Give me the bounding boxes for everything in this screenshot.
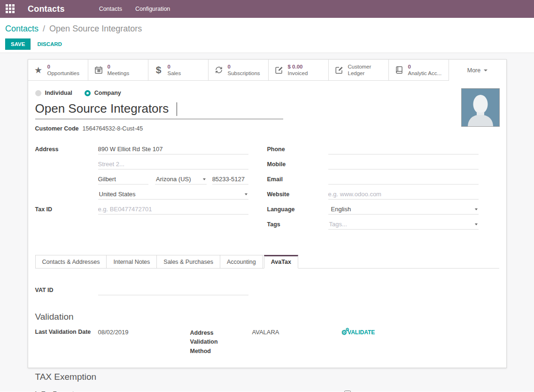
last-validation-date-value: 08/02/2019 — [98, 329, 190, 336]
tags-placeholder: Tags... — [329, 221, 475, 228]
stat-button-subscriptions[interactable]: 0 Subscriptions — [209, 60, 269, 81]
top-navbar: Contacts Contacts Configuration — [0, 0, 534, 18]
stat-value: 0 — [108, 63, 130, 70]
radio-icon — [85, 90, 91, 96]
vat-id-label: VAT ID — [35, 285, 98, 296]
stat-label: Customer Ledger — [348, 63, 388, 77]
avatax-tab-content: VAT ID Validation Last Validation Date 0… — [35, 269, 499, 392]
control-panel: Contacts / Open Source Integrators SAVE … — [0, 18, 534, 53]
chevron-down-icon — [475, 208, 478, 210]
refresh-icon — [214, 66, 224, 74]
validation-section-title: Validation — [35, 312, 499, 322]
tags-select[interactable]: Tags... — [328, 220, 479, 230]
tab-avatax[interactable]: AvaTax — [264, 255, 298, 269]
menu-contacts[interactable]: Contacts — [99, 6, 122, 12]
mobile-input[interactable] — [328, 160, 479, 169]
address-label: Address — [35, 145, 98, 155]
zip-input[interactable] — [212, 175, 248, 184]
stat-label: Invoiced — [288, 70, 308, 77]
radio-icon — [35, 90, 41, 96]
validate-label: VALIDATE — [348, 329, 375, 336]
company-name-input[interactable]: Open Source Integrators — [35, 101, 283, 116]
street2-input[interactable] — [98, 160, 248, 169]
state-value: Arizona (US) — [156, 176, 203, 183]
calendar-icon — [94, 66, 103, 74]
breadcrumb-current: Open Source Integrators — [49, 24, 142, 33]
language-select[interactable]: English — [328, 205, 479, 215]
chevron-down-icon — [475, 223, 478, 225]
country-select[interactable]: United States — [98, 190, 248, 200]
radio-label: Company — [94, 90, 121, 96]
street-input[interactable] — [98, 145, 248, 154]
company-avatar[interactable] — [461, 88, 500, 127]
country-value: United States — [99, 191, 245, 198]
apps-grid-icon[interactable] — [6, 4, 15, 14]
left-field-column: Address — [35, 145, 267, 235]
more-label: More — [467, 67, 480, 74]
stat-value: 0 — [408, 63, 442, 70]
stat-button-sales[interactable]: $ 0 Sales — [148, 60, 209, 81]
phone-input[interactable] — [328, 145, 479, 154]
stat-button-box: ★ 0 Opportunities 0 Meetings $ 0 — [28, 60, 506, 81]
language-value: English — [329, 206, 475, 213]
notebook-tabs: Contacts & Addresses Internal Notes Sale… — [35, 255, 499, 269]
stat-label: Opportunities — [47, 70, 79, 77]
email-label: Email — [267, 175, 328, 185]
right-field-column: Phone Mobile Email Website — [267, 145, 499, 235]
language-label: Language — [267, 205, 328, 215]
breadcrumb: Contacts / Open Source Integrators — [5, 24, 529, 34]
radio-individual[interactable]: Individual — [35, 90, 72, 96]
phone-label: Phone — [267, 145, 328, 155]
tags-label: Tags — [267, 220, 328, 230]
website-label: Website — [267, 190, 328, 200]
tax-exemption-section-title: TAX Exemption — [35, 372, 499, 382]
customer-code-label: Customer Code — [35, 125, 79, 132]
state-select[interactable]: Arizona (US) — [155, 175, 207, 184]
stat-button-analytic-accounts[interactable]: 0 Analytic Acc... — [389, 60, 449, 81]
stat-value: 0 — [168, 63, 181, 70]
form-view: ★ 0 Opportunities 0 Meetings $ 0 — [0, 53, 534, 392]
city-input[interactable] — [98, 175, 149, 184]
radio-company[interactable]: Company — [85, 90, 121, 96]
tax-id-input[interactable] — [98, 205, 248, 215]
tab-contacts-addresses[interactable]: Contacts & Addresses — [35, 255, 107, 269]
validation-row: Last Validation Date 08/02/2019 Address … — [35, 329, 499, 356]
stat-value: 0 — [228, 63, 260, 70]
discard-button[interactable]: DISCARD — [37, 41, 62, 47]
stat-label: Analytic Acc... — [408, 70, 442, 77]
chevron-down-icon — [484, 69, 488, 71]
tab-internal-notes[interactable]: Internal Notes — [107, 255, 157, 269]
vat-id-input[interactable] — [98, 285, 248, 295]
cogs-icon: ⚙⚙ — [341, 329, 348, 336]
edit-square-icon — [334, 66, 344, 74]
last-validation-date-label: Last Validation Date — [35, 329, 98, 335]
stat-value: $ 0.00 — [288, 63, 308, 70]
stat-button-meetings[interactable]: 0 Meetings — [88, 60, 148, 81]
stat-label: Meetings — [108, 70, 130, 77]
more-dropdown-button[interactable]: More — [449, 60, 506, 81]
app-menu: Contacts Configuration — [99, 6, 170, 12]
email-input[interactable] — [328, 175, 479, 184]
company-type-radio-group: Individual Company — [35, 90, 499, 96]
breadcrumb-separator: / — [43, 24, 45, 33]
tab-accounting[interactable]: Accounting — [220, 255, 263, 269]
stat-button-invoiced[interactable]: $ 0.00 Invoiced — [269, 60, 329, 81]
name-field-wrapper: Open Source Integrators — [35, 101, 283, 119]
stat-button-opportunities[interactable]: ★ 0 Opportunities — [28, 60, 88, 81]
text-cursor — [177, 102, 178, 116]
mobile-label: Mobile — [267, 160, 328, 170]
customer-code-value: 1564764532-8-Cust-45 — [83, 125, 143, 132]
app-title: Contacts — [28, 4, 65, 14]
chevron-down-icon — [203, 178, 206, 180]
star-icon: ★ — [34, 65, 43, 76]
website-input[interactable] — [328, 190, 479, 200]
tab-sales-purchases[interactable]: Sales & Purchases — [157, 255, 220, 269]
stat-label: Sales — [168, 70, 181, 77]
menu-configuration[interactable]: Configuration — [135, 6, 170, 12]
save-button[interactable]: SAVE — [5, 38, 31, 50]
chevron-down-icon — [245, 193, 248, 195]
stat-button-customer-ledger[interactable]: Customer Ledger — [329, 60, 389, 81]
validate-button[interactable]: ⚙⚙ VALIDATE — [341, 329, 375, 336]
breadcrumb-parent[interactable]: Contacts — [5, 24, 39, 33]
form-sheet: ★ 0 Opportunities 0 Meetings $ 0 — [28, 59, 507, 368]
